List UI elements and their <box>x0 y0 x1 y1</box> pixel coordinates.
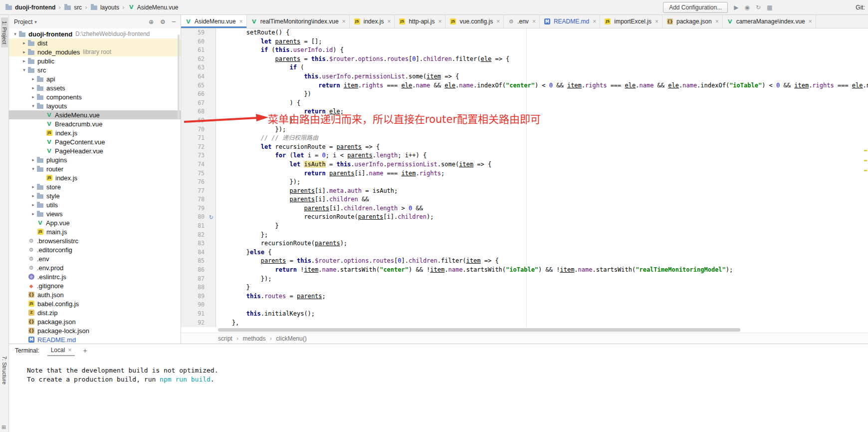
code-line[interactable]: 86return !item.name.startsWith("center")… <box>181 266 868 275</box>
line-number[interactable]: 91 <box>181 310 216 319</box>
code-line[interactable]: 62parents = this.$router.options.routes[… <box>181 55 868 64</box>
chevron-right-icon[interactable]: ▸ <box>30 85 36 90</box>
tree-item[interactable]: ▾router <box>9 164 181 173</box>
chevron-right-icon[interactable]: ▸ <box>30 94 36 99</box>
code-line[interactable]: 75return parents[i].name === item.rights… <box>181 169 868 178</box>
tree-item[interactable]: ▾layouts <box>9 101 181 110</box>
code-line[interactable]: 89this.routes = parents; <box>181 292 868 301</box>
tree-item[interactable]: ▸node_moduleslibrary root <box>9 47 181 56</box>
close-tab-icon[interactable]: × <box>342 18 346 25</box>
line-number[interactable]: 92 <box>181 319 216 327</box>
code-line[interactable]: 73for (let i = 0; i < parents.length; i+… <box>181 151 868 160</box>
line-number[interactable]: 79 <box>181 204 216 213</box>
new-terminal-icon[interactable]: + <box>83 347 87 355</box>
tree-item[interactable]: Zdist.zip <box>9 308 181 317</box>
code-line[interactable]: 61if (this.userInfo.id) { <box>181 46 868 55</box>
tree-item[interactable]: ▸utils <box>9 200 181 209</box>
line-number[interactable]: 89 <box>181 292 216 301</box>
line-number[interactable]: 77 <box>181 187 216 196</box>
line-number[interactable]: 71 <box>181 134 216 143</box>
editor-tab[interactable]: JSindex.js× <box>350 15 395 28</box>
chevron-right-icon[interactable]: ▸ <box>30 76 36 81</box>
code-line[interactable]: 64this.userInfo.permissionList.some(item… <box>181 72 868 81</box>
breadcrumb-item[interactable]: src <box>74 4 82 11</box>
tree-item[interactable]: ▸dist <box>9 38 181 47</box>
tree-item[interactable]: ▸style <box>9 191 181 200</box>
code-line[interactable]: 81} <box>181 222 868 231</box>
close-tab-icon[interactable]: × <box>532 18 536 25</box>
tree-item[interactable]: ◆.gitignore <box>9 281 181 290</box>
code-line[interactable]: 78parents[i].children && <box>181 195 868 204</box>
editor-tab[interactable]: ⚙.env× <box>504 15 540 28</box>
editor-tab[interactable]: VAsideMenu.vue× <box>181 15 247 28</box>
tree-item[interactable]: VAsideMenu.vue <box>9 110 181 119</box>
editor-tab[interactable]: JShttp-api.js× <box>395 15 445 28</box>
code-line[interactable]: 65return item.rights === ele.name && ele… <box>181 81 868 90</box>
line-number[interactable]: 76 <box>181 178 216 187</box>
sync-icon[interactable]: ↻ <box>756 4 761 11</box>
tree-item[interactable]: ▸assets <box>9 83 181 92</box>
tool-windows-grid-icon[interactable]: ⊞ <box>1 424 6 431</box>
line-number[interactable]: 61 <box>181 46 216 55</box>
line-number[interactable]: 87 <box>181 275 216 284</box>
tree-item[interactable]: MREADME.md <box>9 335 181 344</box>
code-line[interactable]: 72let recursionRoute = parents => { <box>181 143 868 152</box>
code-line[interactable]: 76}); <box>181 178 868 187</box>
code-line[interactable]: 60let parents = []; <box>181 37 868 46</box>
windows-icon[interactable]: ▦ <box>767 4 772 11</box>
line-number[interactable]: 90 <box>181 301 216 310</box>
code-editor[interactable]: 59setRoute() {60let parents = [];61if (t… <box>181 28 868 327</box>
code-line[interactable]: 66}) <box>181 90 868 99</box>
editor-tab[interactable]: JSvue.config.js× <box>445 15 504 28</box>
line-number[interactable]: 70 <box>181 125 216 134</box>
chevron-right-icon[interactable]: ▸ <box>21 58 27 63</box>
line-number[interactable]: 85 <box>181 257 216 266</box>
code-line[interactable]: 92}, <box>181 319 868 327</box>
tree-item[interactable]: ▾src <box>9 65 181 74</box>
code-line[interactable]: 70}); <box>181 125 868 134</box>
line-number[interactable]: 88 <box>181 283 216 292</box>
tree-scrollbar[interactable] <box>178 34 180 119</box>
tree-item[interactable]: JSbabel.config.js <box>9 299 181 308</box>
chevron-down-icon[interactable]: ▾ <box>30 103 36 108</box>
terminal-tab-local[interactable]: Local × <box>47 345 75 356</box>
chevron-right-icon[interactable]: ▸ <box>30 202 36 207</box>
line-number[interactable]: 86 <box>181 266 216 275</box>
tree-item[interactable]: JSindex.js <box>9 173 181 182</box>
code-line[interactable]: 91this.initialKeys(); <box>181 310 868 319</box>
code-line[interactable]: 82}; <box>181 231 868 240</box>
tree-item[interactable]: {}package-lock.json <box>9 326 181 335</box>
close-tab-icon[interactable]: × <box>655 18 658 25</box>
hide-icon[interactable]: ─ <box>172 18 176 25</box>
code-line[interactable]: 67) { <box>181 99 868 108</box>
recursion-icon[interactable]: ↻ <box>209 213 214 222</box>
tree-item[interactable]: {}package.json <box>9 317 181 326</box>
terminal-output[interactable]: Note that the development build is not o… <box>9 357 868 384</box>
line-number[interactable]: 82 <box>181 231 216 240</box>
stripe-tab-structure[interactable]: 7: Structure <box>1 353 8 388</box>
tree-item[interactable]: ⚙.editorconfig <box>9 245 181 254</box>
chevron-right-icon[interactable]: ▸ <box>30 157 36 162</box>
code-line[interactable]: 77parents[i].meta.auth = isAuth; <box>181 187 868 196</box>
code-line[interactable]: 68return ele; <box>181 107 868 116</box>
tree-item[interactable]: ⚙.env.prod <box>9 263 181 272</box>
tree-item[interactable]: VPageContent.vue <box>9 137 181 146</box>
code-line[interactable]: 90 <box>181 301 868 310</box>
horizontal-scrollbar[interactable] <box>181 327 868 333</box>
code-line[interactable]: 83recursionRoute(parents); <box>181 239 868 248</box>
line-number[interactable]: 81 <box>181 222 216 231</box>
close-tab-icon[interactable]: × <box>387 18 391 25</box>
tree-item[interactable]: VPageHeader.vue <box>9 146 181 155</box>
editor-tab[interactable]: JSimportExcel.js× <box>600 15 662 28</box>
code-line[interactable]: 69} <box>181 116 868 125</box>
chevron-right-icon[interactable]: ▸ <box>21 49 27 54</box>
git-branch-label[interactable]: Git: <box>856 4 865 11</box>
code-line[interactable]: 71// // 递归权限路由 <box>181 134 868 143</box>
warning-stripe-mark-icon[interactable] <box>864 150 867 151</box>
warning-stripe-mark-icon[interactable] <box>864 170 867 171</box>
code-line[interactable]: 85parents = this.$router.options.routes[… <box>181 257 868 266</box>
debug-icon[interactable]: ◉ <box>744 4 749 11</box>
tree-item[interactable]: ▾duoji-frontendD:\zheheWeb\duoji-fronten… <box>9 29 181 38</box>
breadcrumb-item[interactable]: script <box>218 335 232 342</box>
line-number[interactable]: 75 <box>181 169 216 178</box>
